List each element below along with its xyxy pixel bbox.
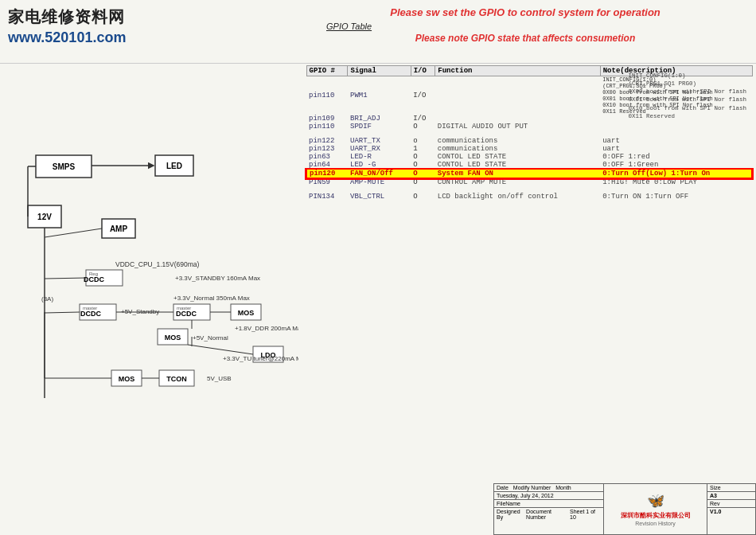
cell-gpio: PIN59 [306,178,348,187]
note-line: (CRT_PRG1,SQ1 PRG0) [628,80,746,88]
cell-io: O [411,170,435,178]
cell-gpio: pin122 [306,137,348,145]
title-line2: Please note GPIO state that affects cons… [302,33,748,44]
cell-io: o [411,137,435,145]
cell-note: 0:OFF 1:Green [600,161,752,170]
logo-bottom: www.520101.com [8,29,183,46]
table-row [306,131,752,137]
date-value: Tuesday, July 24, 2012 [497,493,554,498]
cell-io: O [411,178,435,187]
cell-function [435,115,600,123]
cell-function: CONTROL AMP MUTE [435,178,600,187]
title-block-left: Date Modify Number Month Tuesday, July 2… [494,484,604,534]
cell-signal: VBL_CTRL [348,193,411,201]
cell-note: uart [600,145,752,153]
rev-label: Rev [710,501,719,506]
svg-text:LED: LED [166,162,182,170]
cell-gpio: pin123 [306,145,348,153]
table-row: PIN59 AMP-MUTE O CONTROL AMP MUTE 1:HIG!… [306,178,752,187]
svg-text:AMP: AMP [110,225,128,233]
rev-label-row: Rev [707,500,755,508]
gpio-table-label: GPIO Table [326,21,748,31]
title-line1: Please sw set the GPIO to control system… [302,6,748,18]
cell-signal: AMP-MUTE [348,178,411,187]
modify-value: Month [555,485,571,490]
cell-signal: FAN_ON/Off [348,170,411,178]
svg-text:SMPS: SMPS [53,162,76,171]
table-row: pin63 LED-R O CONTOL LED STATE 0:OFF 1:r… [306,153,752,161]
designed-label: Designed By [497,509,526,520]
company-sub: Revision History [635,521,676,526]
title-area: Please sw set the GPIO to control system… [302,6,748,44]
col-signal: Signal [348,66,411,76]
cell-io: I/O [411,76,435,115]
cell-signal: BRI_ADJ [348,115,411,123]
title-row-date-value: Tuesday, July 24, 2012 [494,492,603,500]
cell-note: 1:HIG! Mute 0:Low PLAY [600,178,752,187]
cell-io: I/O [411,115,435,123]
cell-function: DIGITAL AUDIO OUT PUT [435,123,600,131]
title-block-company: 🦋 深圳市酷科实业有限公司 Revision History [604,484,707,534]
cell-signal: UART_RX [348,145,411,153]
cell-gpio: pin64 [306,161,348,170]
svg-text:(3A): (3A) [41,295,53,303]
svg-text:12V: 12V [37,213,52,221]
svg-text:MOS: MOS [165,334,181,342]
size-row: Size [707,484,755,492]
company-name: 深圳市酷科实业有限公司 [621,511,691,520]
schematic-area: SMPS LED 12V AMP VDDC_CPU_1.15V(690ma) R… [0,64,298,483]
size-value: A3 [710,493,717,498]
note-line: INIT_CONFIG(1:0) [628,72,746,80]
table-row: pin122 UART_TX o communications uart [306,137,752,145]
doc-label: Document Number [526,509,570,520]
svg-text:VDDC_CPU_1.15V(690ma): VDDC_CPU_1.15V(690ma) [115,260,200,268]
svg-text:MOS: MOS [238,309,255,317]
cell-gpio: pin63 [306,153,348,161]
cell-io: O [411,153,435,161]
svg-text:+1.8V_DDR   200mA   Max: +1.8V_DDR 200mA Max [235,325,298,332]
cell-note [600,123,752,131]
note-line: 0X11 Reserved [628,112,746,120]
svg-text:+5V_Normal: +5V_Normal [193,334,228,342]
cell-gpio: pin120 [306,170,348,178]
size-value-row: A3 [707,492,755,500]
cell-note: uart [600,137,752,145]
title-row-doc: Designed By Document Number Sheet 1 of 1… [494,508,603,521]
cell-function: communications [435,137,600,145]
cell-function: CONTOL LED STATE [435,161,600,170]
cell-note: 0:Turn ON 1:Turn OFF [600,193,752,201]
svg-text:DCDC: DCDC [84,275,104,283]
cell-io: 1 [411,145,435,153]
title-row-filename: FileName [494,500,603,508]
rev-value: V1.0 [710,509,721,514]
cell-gpio: pin109 [306,115,348,123]
cell-io: O [411,123,435,131]
cell-io: O [411,161,435,170]
col-function: Function [435,66,600,76]
title-block-right: Size A3 Rev V1.0 [707,484,755,534]
header: 家电维修资料网 www.520101.com Please sw set the… [0,0,756,64]
table-row: pin120 FAN_ON/Off O System FAN ON 0:Turn… [306,170,752,178]
size-label: Size [710,485,721,490]
svg-text:5V_USB: 5V_USB [207,375,232,382]
svg-line-44 [45,312,80,313]
svg-text:TCON: TCON [166,375,187,383]
note-line: 0X10 boot from with SPI Nor flash [628,104,746,112]
cell-gpio: PIN134 [306,193,348,201]
cell-signal: UART_TX [348,137,411,145]
svg-text:+3.3V_TU    tuner@220mA MAX: +3.3V_TU tuner@220mA MAX [223,355,298,362]
cell-function: System FAN ON [435,170,600,178]
svg-text:MOS: MOS [119,375,135,383]
cell-signal: LED-R [348,153,411,161]
company-logo-icon: 🦋 [647,492,664,510]
col-gpio: GPIO # [306,66,348,76]
note-box: INIT_CONFIG(1:0) (CRT_PRG1,SQ1 PRG0) 0X0… [628,72,746,120]
svg-line-43 [45,278,86,279]
filename-label: FileName [497,501,520,506]
date-label: Date [497,485,509,490]
table-row: pin64 LED -G O CONTOL LED STATE 0:OFF 1:… [306,161,752,170]
title-row-date: Date Modify Number Month [494,484,603,492]
rev-value-row: V1.0 [707,508,755,515]
table-row: PIN134 VBL_CTRL O LCD backlight on/off c… [306,193,752,201]
cell-function [435,76,600,115]
